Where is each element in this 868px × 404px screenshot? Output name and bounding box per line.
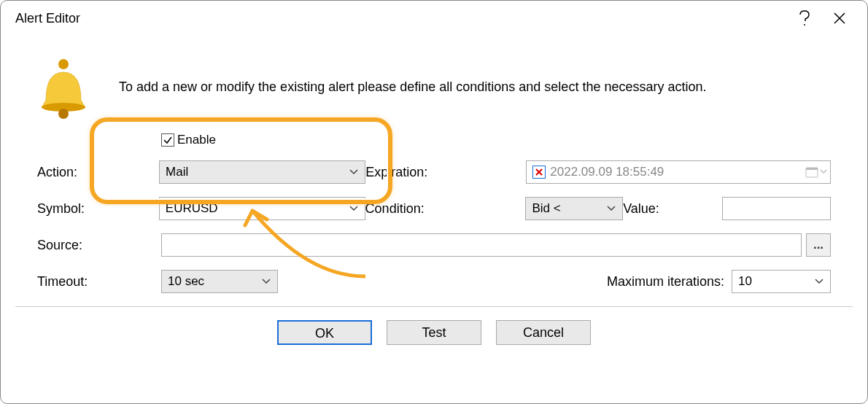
help-icon: [799, 10, 810, 26]
enable-checkbox[interactable]: Enable: [161, 133, 216, 147]
value-input[interactable]: [722, 197, 831, 220]
source-label: Source:: [37, 238, 161, 253]
browse-label: ...: [813, 238, 824, 252]
max-iterations-dropdown[interactable]: 10: [732, 270, 831, 293]
bell-icon: [37, 58, 90, 124]
chevron-down-icon: [261, 274, 271, 289]
timeout-dropdown[interactable]: 10 sec: [161, 270, 278, 293]
svg-point-2: [58, 109, 69, 119]
timeout-label: Timeout:: [37, 274, 161, 290]
condition-dropdown[interactable]: Bid <: [525, 197, 623, 220]
expiration-value: 2022.09.09 18:55:49: [550, 165, 664, 179]
divider: [15, 306, 853, 307]
action-value: Mail: [166, 165, 188, 179]
max-iterations-label: Maximum iterations:: [607, 274, 732, 290]
titlebar: Alert Editor: [1, 1, 867, 36]
condition-label: Condition:: [365, 201, 526, 217]
ok-button[interactable]: OK: [277, 320, 372, 345]
cancel-button[interactable]: Cancel: [496, 320, 591, 345]
expiration-clear-button[interactable]: [532, 166, 546, 179]
checkmark-icon: [163, 135, 173, 145]
chevron-down-icon: [814, 274, 824, 289]
chevron-down-icon: [606, 201, 616, 216]
date-picker-button[interactable]: [805, 166, 827, 178]
chevron-down-icon: [349, 165, 359, 179]
x-icon: [535, 168, 543, 176]
test-button[interactable]: Test: [387, 320, 481, 345]
close-icon: [833, 12, 846, 25]
symbol-dropdown[interactable]: EURUSD: [159, 197, 365, 220]
expiration-field[interactable]: 2022.09.09 18:55:49: [526, 160, 831, 184]
chevron-down-icon: [349, 201, 359, 216]
action-dropdown[interactable]: Mail: [159, 160, 365, 184]
svg-point-0: [58, 59, 69, 69]
calendar-icon: [805, 166, 818, 178]
enable-label: Enable: [177, 133, 216, 147]
symbol-label: Symbol:: [37, 201, 159, 217]
symbol-value: EURUSD: [166, 201, 218, 216]
expiration-label: Expiration:: [365, 165, 526, 180]
source-browse-button[interactable]: ...: [806, 233, 831, 257]
window-title: Alert Editor: [15, 11, 787, 26]
action-label: Action:: [37, 165, 159, 180]
chevron-down-icon: [820, 169, 827, 175]
condition-value: Bid <: [532, 201, 560, 216]
source-input[interactable]: [161, 233, 802, 257]
value-label: Value:: [623, 201, 721, 217]
dialog-description: To add a new or modify the existing aler…: [119, 78, 853, 96]
max-iterations-value: 10: [738, 274, 752, 289]
close-button[interactable]: [822, 1, 857, 36]
help-button[interactable]: [787, 1, 822, 36]
svg-rect-4: [806, 168, 818, 170]
alert-editor-dialog: Alert Editor To add a new or modify the …: [0, 0, 868, 404]
dialog-content: To add a new or modify the existing aler…: [1, 36, 867, 355]
timeout-value: 10 sec: [168, 274, 204, 289]
